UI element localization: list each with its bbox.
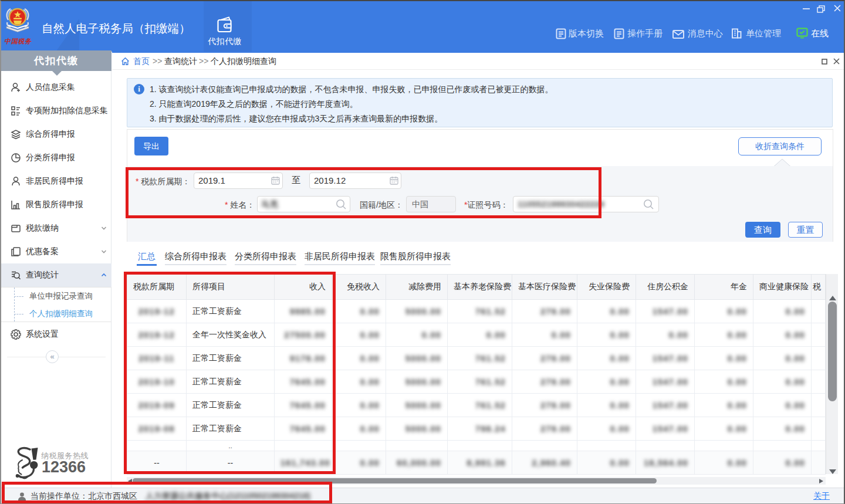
- svg-text:中国税务: 中国税务: [4, 38, 32, 45]
